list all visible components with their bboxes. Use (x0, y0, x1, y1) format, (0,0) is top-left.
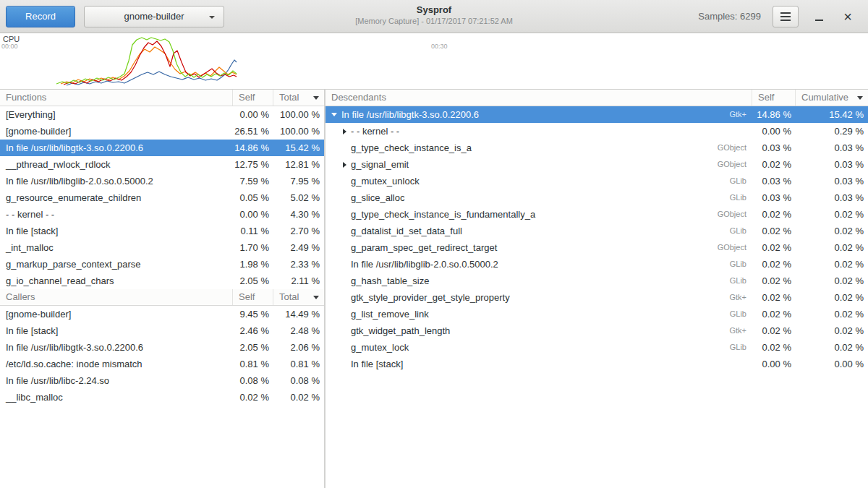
caller-row[interactable]: In file /usr/lib/libgtk-3.so.0.2200.6 2.… (0, 339, 324, 356)
column-functions[interactable]: Functions (0, 90, 233, 106)
column-self[interactable]: Self (233, 289, 273, 305)
total-value: 2.06 % (273, 339, 324, 356)
caller-row[interactable]: In file /usr/lib/libc-2.24.so 0.08 % 0.0… (0, 372, 324, 389)
total-value: 15.42 % (273, 140, 324, 156)
library-badge: GLib (730, 273, 752, 289)
column-total[interactable]: Total (273, 289, 324, 305)
function-row[interactable]: - - kernel - - 0.00 % 4.30 % (0, 206, 324, 223)
descendants-header: Descendants Self Cumulative (326, 90, 868, 106)
cumulative-value: 0.02 % (796, 322, 868, 339)
self-value: 0.81 % (233, 356, 273, 372)
self-value: 0.02 % (752, 223, 796, 239)
tree-row[interactable]: gtk_widget_path_length Gtk+ 0.02 % 0.02 … (326, 322, 868, 339)
close-icon: × (843, 9, 852, 24)
cumulative-value: 0.02 % (796, 306, 868, 322)
caller-row[interactable]: In file [stack] 2.46 % 2.48 % (0, 322, 324, 339)
function-name: [Everything] (0, 106, 233, 123)
function-row[interactable]: g_io_channel_read_chars 2.05 % 2.11 % (0, 273, 324, 289)
hamburger-menu-button[interactable] (773, 6, 799, 27)
column-total-label: Total (279, 90, 299, 106)
self-value: 0.00 % (233, 206, 273, 223)
column-self[interactable]: Self (233, 90, 273, 106)
descendant-name: In file /usr/lib/libglib-2.0.so.0.5000.2 (351, 256, 498, 273)
minimize-button[interactable] (810, 8, 827, 25)
function-name: __pthread_rwlock_rdlock (0, 156, 233, 173)
descendant-name: g_slice_alloc (351, 189, 404, 206)
tree-row[interactable]: g_mutex_unlock GLib 0.03 % 0.03 % (326, 173, 868, 189)
self-value: 14.86 % (233, 140, 273, 156)
column-total-label: Total (279, 289, 299, 305)
function-row[interactable]: In file /usr/lib/libglib-2.0.so.0.5000.2… (0, 173, 324, 189)
cumulative-value: 0.02 % (796, 239, 868, 256)
expander-closed-icon[interactable] (343, 129, 346, 134)
tree-row[interactable]: g_mutex_lock GLib 0.02 % 0.02 % (326, 339, 868, 356)
sort-descending-icon (857, 96, 863, 100)
library-badge: GLib (730, 256, 752, 273)
tree-row[interactable]: g_slice_alloc GLib 0.03 % 0.03 % (326, 189, 868, 206)
library-badge: GLib (730, 189, 752, 206)
tree-row[interactable]: In file [stack] 0.00 % 0.00 % (326, 356, 868, 372)
function-row[interactable]: _int_malloc 1.70 % 2.49 % (0, 239, 324, 256)
column-cumulative[interactable]: Cumulative (796, 90, 868, 106)
library-badge: GLib (730, 173, 752, 189)
column-self[interactable]: Self (752, 90, 796, 106)
cpu-graph[interactable]: CPU 00:00 00:30 (0, 33, 868, 90)
function-row[interactable]: g_resource_enumerate_children 0.05 % 5.0… (0, 189, 324, 206)
descendant-name: g_mutex_unlock (351, 173, 420, 189)
total-value: 2.11 % (273, 273, 324, 289)
column-descendants[interactable]: Descendants (326, 90, 752, 106)
self-value: 0.03 % (752, 189, 796, 206)
function-row[interactable]: In file [stack] 0.11 % 2.70 % (0, 223, 324, 239)
window-subtitle: [Memory Capture] - 01/17/2017 07:21:52 A… (217, 17, 651, 25)
function-row[interactable]: [gnome-builder] 26.51 % 100.00 % (0, 123, 324, 140)
tree-row[interactable]: g_hash_table_size GLib 0.02 % 0.02 % (326, 273, 868, 289)
cumulative-value: 0.03 % (796, 140, 868, 156)
library-badge: GLib (730, 223, 752, 239)
descendant-name: g_param_spec_get_redirect_target (351, 239, 497, 256)
column-total[interactable]: Total (273, 90, 324, 106)
library-badge: GObject (718, 156, 752, 173)
self-value: 2.05 % (233, 273, 273, 289)
self-value: 0.02 % (752, 289, 796, 306)
self-value: 0.02 % (752, 322, 796, 339)
function-row[interactable]: g_markup_parse_context_parse 1.98 % 2.33… (0, 256, 324, 273)
expander-open-icon[interactable] (331, 113, 337, 116)
function-name: [gnome-builder] (0, 123, 233, 140)
function-name: - - kernel - - (0, 206, 233, 223)
tree-row[interactable]: gtk_style_provider_get_style_property Gt… (326, 289, 868, 306)
total-value: 0.02 % (273, 389, 324, 406)
total-value: 2.33 % (273, 256, 324, 273)
caller-name: __libc_malloc (0, 389, 233, 406)
descendant-name: In file [stack] (351, 356, 403, 372)
tree-row[interactable]: g_param_spec_get_redirect_target GObject… (326, 239, 868, 256)
self-value: 14.86 % (752, 106, 796, 123)
caller-row[interactable]: /etc/ld.so.cache: inode mismatch 0.81 % … (0, 356, 324, 372)
close-button[interactable]: × (839, 8, 856, 25)
self-value: 2.46 % (233, 322, 273, 339)
function-row[interactable]: __pthread_rwlock_rdlock 12.75 % 12.81 % (0, 156, 324, 173)
descendant-name: g_datalist_id_set_data_full (351, 223, 462, 239)
descendant-name: In file /usr/lib/libgtk-3.so.0.2200.6 (341, 106, 479, 123)
time-tick-mid: 00:30 (431, 43, 448, 50)
tree-row[interactable]: g_list_remove_link GLib 0.02 % 0.02 % (326, 306, 868, 322)
tree-row[interactable]: g_type_check_instance_is_a GObject 0.03 … (326, 140, 868, 156)
tree-row[interactable]: In file /usr/lib/libglib-2.0.so.0.5000.2… (326, 256, 868, 273)
record-button[interactable]: Record (6, 6, 75, 27)
process-selector-dropdown[interactable]: gnome-builder (84, 6, 224, 27)
tree-row[interactable]: - - kernel - - 0.00 % 0.29 % (326, 123, 868, 140)
function-name: g_markup_parse_context_parse (0, 256, 233, 273)
caller-row[interactable]: [gnome-builder] 9.45 % 14.49 % (0, 306, 324, 322)
tree-row-selected[interactable]: In file /usr/lib/libgtk-3.so.0.2200.6 Gt… (326, 106, 868, 123)
self-value: 0.02 % (752, 273, 796, 289)
function-name: g_resource_enumerate_children (0, 189, 233, 206)
tree-row[interactable]: g_datalist_id_set_data_full GLib 0.02 % … (326, 223, 868, 239)
caller-row[interactable]: __libc_malloc 0.02 % 0.02 % (0, 389, 324, 406)
column-callers[interactable]: Callers (0, 289, 233, 305)
function-row-selected[interactable]: In file /usr/lib/libgtk-3.so.0.2200.6 14… (0, 140, 324, 156)
tree-row[interactable]: g_type_check_instance_is_fundamentally_a… (326, 206, 868, 223)
self-value: 0.00 % (752, 123, 796, 140)
self-value: 0.00 % (233, 106, 273, 123)
expander-closed-icon[interactable] (343, 162, 346, 168)
tree-row[interactable]: g_signal_emit GObject 0.02 % 0.03 % (326, 156, 868, 173)
function-row[interactable]: [Everything] 0.00 % 100.00 % (0, 106, 324, 123)
